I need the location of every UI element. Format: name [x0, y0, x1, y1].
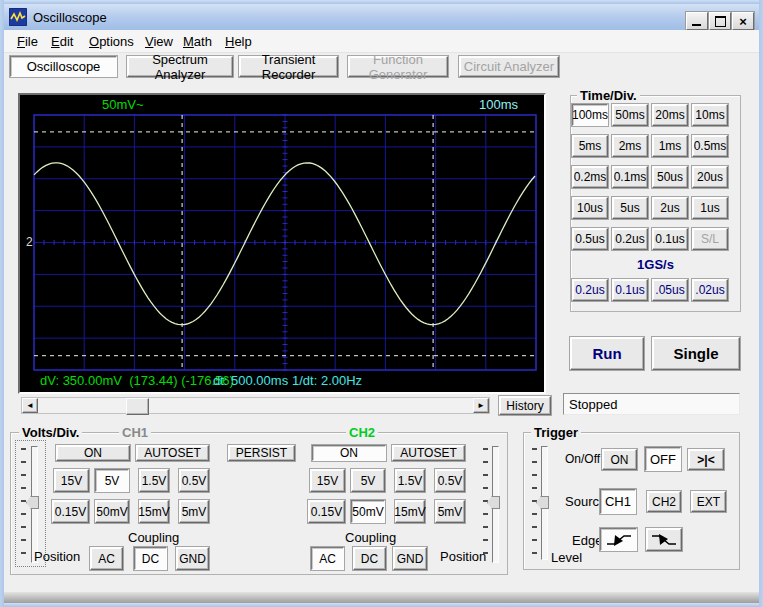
ch2-coupling-dc[interactable]: DC: [353, 547, 386, 570]
single-button[interactable]: Single: [652, 337, 740, 370]
scope-scrollbar[interactable]: ◄ ►: [21, 397, 490, 414]
trigger-level-label: Level: [551, 550, 582, 565]
menu-math[interactable]: Math: [180, 33, 215, 50]
trigger-edge-label: Edge: [572, 533, 602, 548]
trigger-source-ch2[interactable]: CH2: [647, 491, 681, 512]
menu-options[interactable]: Options: [86, 33, 137, 50]
maximize-icon: [715, 16, 726, 27]
channel2-marker: 2: [26, 235, 33, 249]
ch1-volts-5v[interactable]: 5V: [95, 469, 129, 492]
app-logo-icon: [9, 8, 27, 26]
ch1-volts-1.5v[interactable]: 1.5V: [139, 469, 169, 492]
timediv-title: Time/Div.: [577, 88, 640, 103]
ch1-coupling-gnd[interactable]: GND: [176, 547, 209, 570]
timediv-0.5us[interactable]: 0.5us: [572, 228, 608, 250]
ch2-volts-5mv[interactable]: 5mV: [435, 500, 465, 523]
timediv-fast-0.2us[interactable]: 0.2us: [572, 279, 608, 301]
ch2-volts-5v[interactable]: 5V: [351, 469, 385, 492]
scrollbar-thumb[interactable]: [126, 398, 149, 415]
trigger-off-button[interactable]: OFF: [645, 447, 681, 471]
status-box: Stopped: [563, 393, 740, 415]
close-button[interactable]: ×: [732, 12, 754, 30]
ch1-coupling-ac[interactable]: AC: [90, 547, 123, 570]
ch2-volts-15v[interactable]: 15V: [310, 469, 345, 492]
menu-file[interactable]: File: [14, 33, 41, 50]
ch1-volts-5mv[interactable]: 5mV: [179, 500, 209, 523]
timediv-fast-0.1us[interactable]: 0.1us: [612, 279, 648, 301]
trigger-on-button[interactable]: ON: [602, 449, 637, 470]
ch2-volts-0.5v[interactable]: 0.5V: [435, 469, 465, 492]
history-button[interactable]: History: [499, 396, 551, 415]
trigger-center-button[interactable]: >|<: [688, 449, 724, 470]
ch2-position-label: Position: [440, 549, 486, 564]
ch1-volts-0.15v[interactable]: 0.15V: [52, 500, 89, 523]
timediv-20ms[interactable]: 20ms: [652, 104, 688, 126]
readout-dv: dV: 350.00mV (173.44) (-176.56): [40, 373, 234, 388]
timediv-50ms[interactable]: 50ms: [612, 104, 648, 126]
tab-oscilloscope[interactable]: Oscilloscope: [10, 56, 117, 77]
trigger-source-ext[interactable]: EXT: [691, 491, 726, 512]
ch2-coupling-ac[interactable]: AC: [311, 547, 344, 570]
timediv-10ms[interactable]: 10ms: [692, 104, 728, 126]
trigger-title: Trigger: [531, 425, 581, 440]
tab-function-generator[interactable]: Function Generator: [348, 56, 448, 77]
timediv-2us[interactable]: 2us: [652, 197, 688, 219]
timediv-10us[interactable]: 10us: [572, 197, 608, 219]
trigger-level-ticks: [532, 448, 537, 556]
ch1-coupling-dc[interactable]: DC: [134, 547, 167, 570]
trigger-onoff-label: On/Off: [565, 452, 600, 466]
menu-help[interactable]: Help: [222, 33, 255, 50]
app-window: Oscilloscope × File Edit Options View Ma…: [0, 0, 763, 607]
window-title: Oscilloscope: [33, 10, 107, 25]
timediv-20us[interactable]: 20us: [692, 166, 728, 188]
persist-button[interactable]: PERSIST: [228, 445, 295, 461]
ch1-autoset-button[interactable]: AUTOSET: [136, 445, 209, 461]
timediv-0.2ms[interactable]: 0.2ms: [572, 166, 608, 188]
ch2-volts-15mv[interactable]: 15mV: [395, 500, 425, 523]
scope-display[interactable]: 50mV~ 100ms 2 dV: 350.00mV (173.44) (-17…: [18, 93, 546, 394]
ch2-volts-0.15v[interactable]: 0.15V: [308, 500, 345, 523]
timediv-100ms[interactable]: 100ms: [572, 104, 608, 126]
timediv-2ms[interactable]: 2ms: [612, 135, 648, 157]
ch1-volts-15mv[interactable]: 15mV: [139, 500, 169, 523]
trigger-edge-rising-button[interactable]: [600, 528, 637, 551]
timediv-0.5ms[interactable]: 0.5ms: [692, 135, 728, 157]
timediv-50us[interactable]: 50us: [652, 166, 688, 188]
ch2-coupling-gnd[interactable]: GND: [393, 547, 427, 570]
titlebar[interactable]: Oscilloscope ×: [4, 4, 759, 30]
timediv-fast-.05us[interactable]: .05us: [652, 279, 688, 301]
scroll-right-arrow-icon[interactable]: ►: [473, 398, 489, 413]
scroll-left-arrow-icon[interactable]: ◄: [22, 398, 38, 413]
ch1-slider-ticks: [21, 448, 26, 558]
timediv-5ms[interactable]: 5ms: [572, 135, 608, 157]
timediv-0.2us[interactable]: 0.2us: [612, 228, 648, 250]
tab-circuit-analyzer[interactable]: Circuit Analyzer: [459, 56, 559, 77]
ch1-volts-0.5v[interactable]: 0.5V: [179, 469, 209, 492]
timediv-0.1ms[interactable]: 0.1ms: [612, 166, 648, 188]
ch1-volts-50mv[interactable]: 50mV: [95, 500, 129, 523]
trigger-source-ch1[interactable]: CH1: [600, 489, 636, 514]
run-button[interactable]: Run: [570, 337, 644, 370]
tab-transient-recorder[interactable]: Transient Recorder: [239, 56, 338, 77]
ch2-volts-50mv[interactable]: 50mV: [351, 500, 385, 523]
ch2-label: CH2: [346, 425, 378, 440]
trigger-edge-falling-button[interactable]: [646, 528, 682, 551]
timediv-5us[interactable]: 5us: [612, 197, 648, 219]
timediv-0.1us[interactable]: 0.1us: [652, 228, 688, 250]
timediv-fast-.02us[interactable]: .02us: [692, 279, 728, 301]
menu-edit[interactable]: Edit: [48, 33, 76, 50]
ch2-on-button[interactable]: ON: [312, 445, 386, 461]
timediv-1ms[interactable]: 1ms: [652, 135, 688, 157]
ch1-coupling-label: Coupling: [128, 530, 179, 545]
ch2-autoset-button[interactable]: AUTOSET: [392, 445, 465, 461]
timediv-1us[interactable]: 1us: [692, 197, 728, 219]
minimize-button[interactable]: [686, 12, 708, 30]
tab-spectrum-analyzer[interactable]: Spectrum Analyzer: [127, 56, 233, 77]
readout-dt: dt: 500.00ms: [213, 373, 288, 388]
menu-view[interactable]: View: [142, 33, 176, 50]
ch1-volts-15v[interactable]: 15V: [54, 469, 89, 492]
ch2-volts-1.5v[interactable]: 1.5V: [395, 469, 425, 492]
ch1-on-button[interactable]: ON: [56, 445, 130, 461]
maximize-button[interactable]: [709, 12, 731, 30]
timediv-sl[interactable]: S/L: [692, 228, 728, 250]
